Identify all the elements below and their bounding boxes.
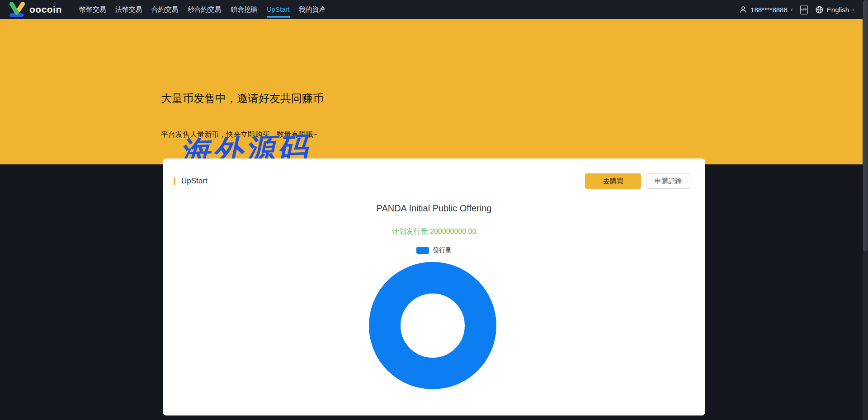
language-label: English [827,6,849,14]
purchase-record-button[interactable]: 申購記錄 [646,173,690,189]
navbar-right: 188****8888 ‹ APP English ‹ [739,5,854,14]
nav-item-contract-trade[interactable]: 合約交易 [147,0,183,19]
card-header: UpStart 去購買 申購記錄 [174,173,690,189]
buy-button[interactable]: 去購買 [585,173,641,189]
app-badge-label: APP [801,8,807,11]
legend-swatch[interactable] [416,247,429,254]
nav-item-my-assets[interactable]: 我的資產 [294,0,330,19]
banner-title: 大量币发售中，邀请好友共同赚币 [161,91,324,106]
logo-text: oocoin [29,4,62,15]
hero-banner: 大量币发售中，邀请好友共同赚币 平台发售大量新币，快来立即购买，数量有限哦~ 海… [0,19,868,164]
main-nav: 幣幣交易 法幣交易 合約交易 秒合約交易 鎖倉挖礦 UpStart 我的資產 [75,0,330,19]
scrollbar-track[interactable] [863,0,868,420]
nav-item-lock-mining[interactable]: 鎖倉挖礦 [226,0,262,19]
page: oocoin 幣幣交易 法幣交易 合約交易 秒合約交易 鎖倉挖礦 UpStart… [0,0,868,420]
chevron-icon: ‹ [791,6,793,13]
upstart-card: UpStart 去購買 申購記錄 PANDA Initial Public Of… [163,159,705,415]
scrollbar-thumb[interactable] [863,0,868,251]
planned-issuance-text: 计划发行量:200000000.00 [163,227,705,237]
user-phone: 188****8888 [750,6,788,14]
nav-item-upstart[interactable]: UpStart [262,0,294,19]
logo[interactable]: oocoin [8,1,62,18]
accent-bar [174,177,175,185]
app-download-icon[interactable]: APP [800,5,808,14]
nav-item-fiat-trade[interactable]: 法幣交易 [111,0,147,19]
offering-title: PANDA Initial Public Offering [163,203,705,214]
user-menu[interactable]: 188****8888 ‹ [739,5,793,14]
issuance-donut-chart[interactable] [369,262,496,389]
globe-icon [815,5,824,14]
nav-item-second-contract[interactable]: 秒合約交易 [183,0,226,19]
user-icon [739,5,747,14]
top-navbar: oocoin 幣幣交易 法幣交易 合約交易 秒合約交易 鎖倉挖礦 UpStart… [0,0,868,19]
logo-v-icon [8,1,27,18]
section-title: UpStart [181,177,208,186]
chevron-icon: ‹ [852,6,854,13]
nav-item-coin-trade[interactable]: 幣幣交易 [75,0,111,19]
chart-legend: 發行量 [163,246,705,254]
legend-label: 發行量 [433,246,452,254]
header-buttons: 去購買 申購記錄 [585,173,690,189]
language-selector[interactable]: English ‹ [815,5,854,14]
